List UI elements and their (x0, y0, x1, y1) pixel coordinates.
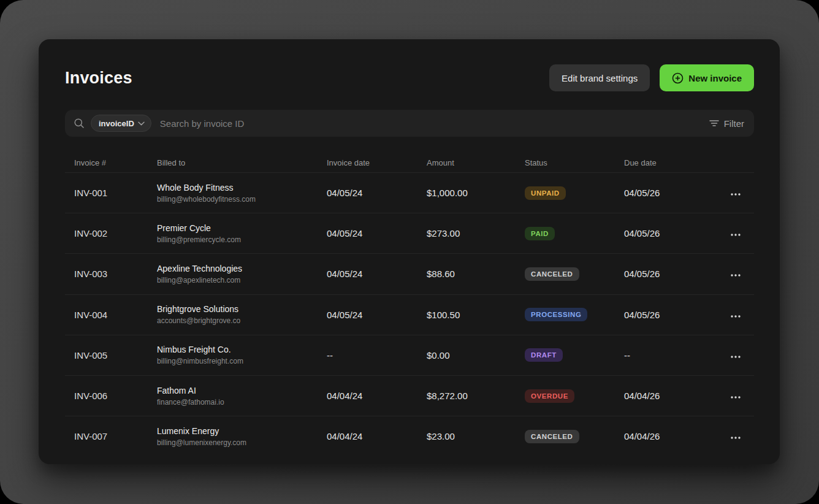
invoice-table: Invoice # Billed to Invoice date Amount … (65, 153, 754, 456)
invoice-date-cell: 04/05/24 (327, 310, 427, 320)
row-actions-cell (717, 224, 754, 243)
row-menu-button[interactable] (725, 265, 746, 283)
invoice-date-cell: 04/05/24 (327, 188, 427, 198)
due-date-cell: -- (624, 350, 717, 361)
new-invoice-button[interactable]: New invoice (660, 64, 754, 91)
status-cell: OVERDUE (525, 389, 624, 403)
amount-cell: $1,000.00 (427, 188, 525, 198)
table-row[interactable]: INV-002 Premier Cycle billing@premiercyc… (65, 213, 754, 253)
invoice-id-cell: INV-007 (65, 431, 157, 441)
amount-cell: $0.00 (427, 350, 525, 361)
search-icon (74, 118, 85, 129)
new-invoice-label: New invoice (688, 73, 742, 83)
amount-cell: $23.00 (427, 431, 525, 441)
status-cell: CANCELED (525, 267, 624, 281)
ellipsis-icon (731, 188, 741, 197)
header-invoice-number: Invoice # (65, 158, 157, 167)
status-badge: PROCESSING (525, 308, 587, 321)
ellipsis-icon (731, 269, 741, 278)
filter-button[interactable]: Filter (709, 118, 744, 129)
billed-to-name: Fathom AI (157, 386, 327, 395)
status-badge: OVERDUE (525, 389, 574, 403)
billed-to-name: Whole Body Fitness (157, 183, 327, 193)
edit-brand-settings-button[interactable]: Edit brand settings (549, 64, 650, 91)
table-row[interactable]: INV-006 Fathom AI finance@fathomai.io 04… (65, 375, 754, 416)
table-row[interactable]: INV-001 Whole Body Fitness billing@whole… (65, 172, 754, 213)
invoice-id-cell: INV-001 (65, 188, 157, 198)
ellipsis-icon (731, 229, 741, 238)
ellipsis-icon (731, 310, 741, 319)
header-due-date: Due date (624, 158, 717, 167)
due-date-cell: 04/05/26 (624, 310, 717, 320)
status-cell: CANCELED (525, 430, 624, 443)
row-menu-button[interactable] (725, 224, 746, 243)
filter-label: Filter (724, 118, 744, 129)
billed-to-email: billing@premiercycle.com (157, 235, 327, 244)
row-actions-cell (717, 265, 754, 283)
status-badge: DRAFT (525, 348, 563, 362)
due-date-cell: 04/05/26 (624, 188, 717, 198)
table-row[interactable]: INV-007 Lumenix Energy billing@lumenixen… (65, 416, 754, 456)
table-header-row: Invoice # Billed to Invoice date Amount … (65, 153, 754, 172)
invoice-id-cell: INV-003 (65, 269, 157, 279)
invoices-panel: Invoices Edit brand settings New invoice (39, 39, 780, 464)
amount-cell: $100.50 (427, 310, 525, 320)
table-row[interactable]: INV-004 Brightgrove Solutions accounts@b… (65, 294, 754, 335)
billed-to-name: Premier Cycle (157, 223, 327, 233)
billed-to-email: billing@wholebodyfitness.com (157, 195, 327, 204)
row-menu-button[interactable] (725, 346, 746, 364)
header-billed-to: Billed to (157, 158, 327, 167)
status-cell: DRAFT (525, 348, 624, 362)
billed-to-email: accounts@brightgrove.co (157, 316, 327, 325)
amount-cell: $88.60 (427, 269, 525, 279)
table-row[interactable]: INV-005 Nimbus Freight Co. billing@nimbu… (65, 335, 754, 375)
plus-circle-icon (672, 72, 684, 84)
row-actions-cell (717, 427, 754, 446)
due-date-cell: 04/05/26 (624, 228, 717, 239)
invoice-date-cell: 04/05/24 (327, 269, 427, 279)
edit-brand-settings-label: Edit brand settings (562, 73, 638, 83)
billed-to-cell: Premier Cycle billing@premiercycle.com (157, 223, 327, 244)
header-actions: Edit brand settings New invoice (549, 64, 754, 91)
row-menu-button[interactable] (725, 427, 746, 446)
invoice-id-cell: INV-005 (65, 350, 157, 361)
status-badge: UNPAID (525, 186, 566, 200)
filter-icon (709, 118, 719, 129)
billed-to-name: Brightgrove Solutions (157, 304, 327, 314)
search-bar: invoiceID Filter (65, 110, 754, 137)
billed-to-cell: Brightgrove Solutions accounts@brightgro… (157, 304, 327, 325)
status-cell: PROCESSING (525, 308, 624, 321)
desktop-background: Invoices Edit brand settings New invoice (0, 0, 819, 504)
invoice-date-cell: -- (327, 350, 427, 361)
header-amount: Amount (427, 158, 525, 167)
billed-to-cell: Apexline Technologies billing@apexlinete… (157, 264, 327, 284)
header-status: Status (525, 158, 624, 167)
billed-to-email: finance@fathomai.io (157, 398, 327, 407)
row-actions-cell (717, 305, 754, 324)
billed-to-name: Lumenix Energy (157, 426, 327, 436)
billed-to-email: billing@apexlinetech.com (157, 276, 327, 284)
billed-to-email: billing@nimbusfreight.com (157, 357, 327, 365)
row-menu-button[interactable] (725, 387, 746, 405)
row-menu-button[interactable] (725, 305, 746, 324)
billed-to-email: billing@lumenixenergy.com (157, 438, 327, 447)
invoice-date-cell: 04/04/24 (327, 391, 427, 401)
table-body: INV-001 Whole Body Fitness billing@whole… (65, 172, 754, 456)
invoice-id-cell: INV-006 (65, 391, 157, 401)
amount-cell: $8,272.00 (427, 391, 525, 401)
due-date-cell: 04/04/26 (624, 391, 717, 401)
status-cell: PAID (525, 227, 624, 240)
search-scope-chip[interactable]: invoiceID (91, 115, 151, 132)
billed-to-name: Apexline Technologies (157, 264, 327, 273)
row-menu-button[interactable] (725, 184, 746, 202)
ellipsis-icon (731, 351, 741, 360)
table-row[interactable]: INV-003 Apexline Technologies billing@ap… (65, 253, 754, 294)
header-invoice-date: Invoice date (327, 158, 427, 167)
search-input[interactable] (158, 118, 703, 129)
status-badge: CANCELED (525, 267, 579, 281)
search-scope-label: invoiceID (99, 119, 134, 128)
due-date-cell: 04/05/26 (624, 269, 717, 279)
status-badge: CANCELED (525, 430, 579, 443)
panel-header: Invoices Edit brand settings New invoice (65, 39, 754, 91)
ellipsis-icon (731, 391, 741, 400)
